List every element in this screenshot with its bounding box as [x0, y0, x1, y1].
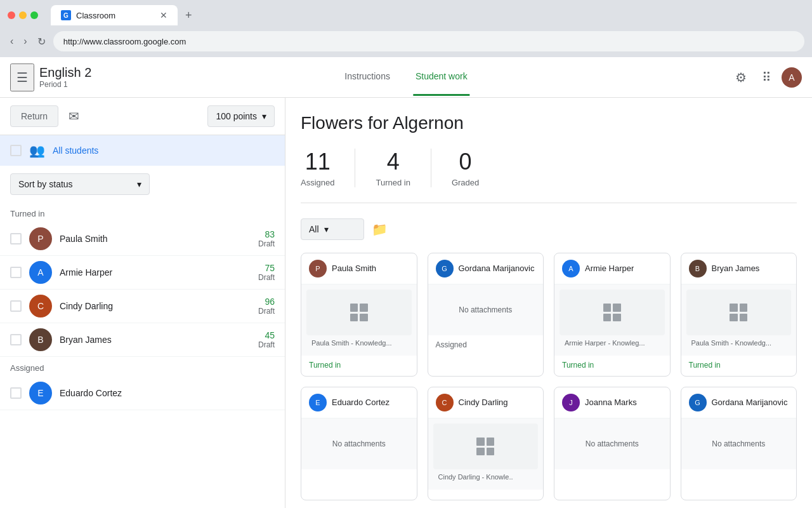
browser-tab[interactable]: G Classroom ✕: [51, 5, 178, 25]
address-input[interactable]: [53, 31, 804, 51]
app-title-area: English 2 Period 1: [39, 65, 91, 89]
cards-grid: P Paula Smith Paula Smith - Knowledg... …: [301, 253, 797, 500]
new-tab-button[interactable]: +: [185, 9, 192, 22]
close-button[interactable]: [8, 11, 15, 19]
grade-value: 83: [258, 229, 275, 239]
app-title: English 2: [39, 65, 91, 80]
student-name: Bryan James: [60, 335, 251, 345]
sidebar-toolbar: Return ✉ 100 points ▾: [0, 98, 285, 135]
student-card[interactable]: C Cindy Darling Cindy Darling - Knowle..: [428, 387, 544, 500]
student-card[interactable]: J Joanna Marks No attachments: [554, 387, 671, 500]
folder-icon[interactable]: 📁: [372, 222, 388, 237]
student-card[interactable]: G Gordana Marijanovic No attachments Ass…: [428, 253, 544, 377]
minimize-button[interactable]: [19, 11, 27, 19]
all-students-row[interactable]: 👥 All students: [0, 135, 285, 166]
stat-label-graded: Graded: [452, 178, 479, 187]
student-checkbox[interactable]: [10, 267, 22, 278]
sort-dropdown[interactable]: Sort by status ▾: [10, 173, 150, 195]
card-avatar: B: [689, 260, 707, 277]
card-header: C Cindy Darling: [428, 387, 544, 418]
student-checkbox[interactable]: [10, 387, 22, 399]
attachment-grid-icon: [350, 304, 368, 321]
app-subtitle: Period 1: [39, 80, 91, 89]
student-grade: 83 Draft: [258, 229, 275, 248]
app: ☰ English 2 Period 1 Instructions Studen…: [0, 57, 812, 508]
avatar: B: [29, 328, 52, 351]
grade-value: 75: [258, 263, 275, 273]
avatar: A: [29, 261, 52, 284]
forward-button[interactable]: ›: [21, 33, 29, 50]
card-status: [301, 469, 417, 479]
no-attachment-label: No attachments: [707, 429, 770, 458]
card-attachment: [306, 290, 412, 335]
filter-label: All: [309, 224, 319, 234]
attachment-grid-icon: [730, 304, 747, 321]
card-attachment: [433, 424, 539, 469]
student-card[interactable]: P Paula Smith Paula Smith - Knowledg... …: [301, 253, 417, 377]
student-name: Paula Smith: [60, 234, 251, 244]
mail-icon[interactable]: ✉: [66, 106, 82, 126]
status-badge: Turned in: [562, 361, 594, 370]
avatar[interactable]: A: [782, 67, 802, 88]
maximize-button[interactable]: [30, 11, 38, 19]
student-checkbox[interactable]: [10, 334, 22, 345]
back-button[interactable]: ‹: [8, 33, 16, 50]
student-card[interactable]: B Bryan James Paula Smith - Knowledg... …: [681, 253, 797, 377]
card-name: Bryan James: [712, 264, 760, 274]
card-header: A Armie Harper: [554, 253, 670, 284]
card-name: Paula Smith: [332, 264, 376, 274]
list-item[interactable]: E Eduardo Cortez: [0, 377, 285, 410]
card-status: Turned in: [554, 356, 670, 376]
stats-row: 11 Assigned 4 Turned in 0 Graded: [301, 149, 797, 203]
card-header: G Gordana Marijanovic: [428, 253, 544, 284]
attachment-grid-icon: [476, 438, 494, 455]
all-students-checkbox[interactable]: [10, 145, 22, 156]
filter-row: All ▾ 📁: [301, 218, 797, 240]
list-item[interactable]: B Bryan James 45 Draft: [0, 323, 285, 357]
apps-grid-button[interactable]: ⠿: [757, 65, 776, 90]
student-name: Cindy Darling: [60, 301, 251, 311]
browser-chrome: G Classroom ✕ + ‹ › ↻: [0, 0, 812, 57]
grade-value: 96: [258, 297, 275, 307]
grade-label: Draft: [258, 273, 275, 282]
points-dropdown[interactable]: 100 points ▾: [207, 105, 275, 127]
list-item[interactable]: A Armie Harper 75 Draft: [0, 256, 285, 290]
grade-value: 45: [258, 330, 275, 340]
right-panel: Flowers for Algernon 11 Assigned 4 Turne…: [285, 98, 812, 508]
card-name: Gordana Marijanovic: [712, 398, 788, 408]
student-name: Eduardo Cortez: [60, 388, 267, 398]
section-title-turned-in: Turned in: [10, 209, 275, 218]
card-name: Cindy Darling: [459, 398, 508, 408]
hamburger-menu-button[interactable]: ☰: [10, 64, 34, 91]
tab-favicon: G: [61, 10, 71, 20]
card-avatar: J: [562, 394, 580, 411]
student-card[interactable]: E Eduardo Cortez No attachments: [301, 387, 417, 500]
main-content: Return ✉ 100 points ▾ 👥 All students Sor…: [0, 98, 812, 508]
stat-assigned: 11 Assigned: [301, 149, 355, 187]
card-status: [681, 469, 797, 479]
card-status: Turned in: [681, 356, 797, 376]
stat-number-assigned: 11: [305, 149, 331, 175]
card-body: Armie Harper - Knowleg...: [554, 284, 670, 356]
nav-instructions[interactable]: Instructions: [342, 58, 393, 96]
list-item[interactable]: C Cindy Darling 96 Draft: [0, 290, 285, 323]
reload-button[interactable]: ↻: [35, 33, 48, 50]
student-card[interactable]: A Armie Harper Armie Harper - Knowleg...…: [554, 253, 671, 377]
card-header: G Gordana Marijanovic: [681, 387, 797, 418]
return-button[interactable]: Return: [10, 105, 58, 127]
list-item[interactable]: P Paula Smith 83 Draft: [0, 222, 285, 256]
all-students-label: All students: [53, 145, 98, 156]
settings-button[interactable]: ⚙: [730, 65, 752, 90]
student-checkbox[interactable]: [10, 300, 22, 312]
card-avatar: G: [689, 394, 707, 411]
filter-dropdown[interactable]: All ▾: [301, 218, 364, 240]
nav-student-work[interactable]: Student work: [413, 58, 470, 96]
student-checkbox[interactable]: [10, 233, 22, 244]
card-status: Assigned: [428, 335, 544, 356]
card-body: No attachments: [301, 418, 417, 469]
status-badge: Turned in: [689, 361, 721, 370]
assignment-title: Flowers for Algernon: [301, 113, 797, 133]
no-attachment-label: No attachments: [327, 429, 391, 458]
tab-close-button[interactable]: ✕: [160, 10, 167, 20]
student-card[interactable]: G Gordana Marijanovic No attachments: [681, 387, 797, 500]
